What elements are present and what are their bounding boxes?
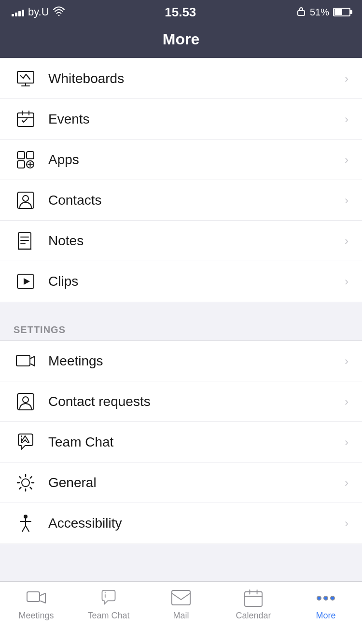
svg-rect-11 <box>17 161 25 168</box>
settings-section: SETTINGS Meetings › <box>0 316 362 544</box>
nav-mail-label: Mail <box>173 611 189 621</box>
svg-point-29 <box>24 515 28 518</box>
svg-rect-1 <box>298 11 305 15</box>
chevron-icon: › <box>345 72 348 85</box>
meetings-icon <box>14 349 38 373</box>
list-item-meetings[interactable]: Meetings › <box>0 341 362 381</box>
settings-list: Meetings › Contact requests › <box>0 340 362 544</box>
status-left: by.U <box>12 6 65 18</box>
status-time: 15.53 <box>165 5 196 20</box>
nav-calendar-icon <box>243 588 264 608</box>
svg-rect-34 <box>27 592 40 602</box>
nav-team-chat-icon <box>98 588 119 608</box>
team-chat-settings-icon <box>14 430 38 454</box>
svg-line-33 <box>26 526 29 532</box>
battery-icon <box>333 8 350 16</box>
svg-point-41 <box>317 596 321 600</box>
svg-rect-24 <box>16 355 30 366</box>
nav-more-label: More <box>316 611 335 621</box>
page-title: More <box>163 30 199 48</box>
chevron-icon: › <box>345 153 348 167</box>
contact-requests-icon <box>14 390 38 414</box>
notes-label: Notes <box>48 233 341 249</box>
events-icon <box>14 107 38 131</box>
chevron-icon: › <box>345 395 348 408</box>
events-label: Events <box>48 112 341 127</box>
chevron-icon: › <box>345 234 348 248</box>
nav-calendar-label: Calendar <box>236 611 271 621</box>
svg-rect-2 <box>17 71 34 83</box>
chevron-icon: › <box>345 275 348 288</box>
svg-point-16 <box>23 196 28 201</box>
nav-item-team-chat[interactable]: Team Chat <box>72 588 145 621</box>
whiteboards-label: Whiteboards <box>48 71 341 86</box>
general-label: General <box>48 475 341 490</box>
notes-icon <box>14 229 38 253</box>
nav-mail-icon <box>170 588 192 608</box>
svg-point-28 <box>22 479 29 487</box>
nav-item-meetings[interactable]: Meetings <box>0 588 72 621</box>
status-right: 51% <box>296 6 350 19</box>
meetings-label: Meetings <box>48 353 341 369</box>
chevron-icon: › <box>345 476 348 490</box>
list-item-clips[interactable]: Clips › <box>0 261 362 302</box>
nav-item-calendar[interactable]: Calendar <box>217 588 290 621</box>
carrier-label: by.U <box>28 6 49 18</box>
bottom-navigation: Meetings Team Chat Mail <box>0 581 362 644</box>
svg-rect-36 <box>172 590 190 605</box>
nav-item-more[interactable]: More <box>290 588 362 621</box>
svg-point-26 <box>23 397 28 403</box>
clips-label: Clips <box>48 274 341 289</box>
nav-team-chat-label: Team Chat <box>87 611 129 621</box>
list-item-whiteboards[interactable]: Whiteboards › <box>0 58 362 99</box>
svg-line-32 <box>22 526 26 532</box>
nav-meetings-icon <box>26 588 47 608</box>
list-item-contact-requests[interactable]: Contact requests › <box>0 381 362 422</box>
signal-icon <box>12 8 24 16</box>
list-item-events[interactable]: Events › <box>0 99 362 140</box>
svg-rect-10 <box>27 152 34 159</box>
list-item-team-chat-settings[interactable]: Team Chat › <box>0 422 362 462</box>
list-item-contacts[interactable]: Contacts › <box>0 180 362 221</box>
contacts-label: Contacts <box>48 193 341 208</box>
chevron-icon: › <box>345 354 348 368</box>
page-header: More <box>0 24 362 58</box>
nav-meetings-label: Meetings <box>18 611 54 621</box>
whiteboard-icon <box>14 67 38 91</box>
nav-item-mail[interactable]: Mail <box>145 588 217 621</box>
lock-icon <box>296 6 306 19</box>
chevron-icon: › <box>345 435 348 449</box>
chevron-icon: › <box>345 112 348 126</box>
clips-icon <box>14 269 38 294</box>
list-item-apps[interactable]: Apps › <box>0 140 362 180</box>
apps-label: Apps <box>48 152 341 168</box>
list-item-accessibility[interactable]: Accessibility › <box>0 503 362 544</box>
svg-point-42 <box>324 596 328 600</box>
contacts-icon <box>14 188 38 212</box>
team-chat-settings-label: Team Chat <box>48 434 341 450</box>
settings-section-label: SETTINGS <box>0 316 362 340</box>
chevron-icon: › <box>345 517 348 530</box>
chevron-icon: › <box>345 194 348 207</box>
svg-marker-23 <box>24 278 30 285</box>
battery-percent: 51% <box>310 7 329 18</box>
list-item-notes[interactable]: Notes › <box>0 221 362 261</box>
nav-more-icon <box>315 588 336 608</box>
accessibility-label: Accessibility <box>48 516 341 531</box>
content-area: Whiteboards › Events › <box>0 58 362 625</box>
svg-point-43 <box>331 596 334 600</box>
svg-rect-37 <box>245 592 262 606</box>
contact-requests-label: Contact requests <box>48 394 341 409</box>
svg-point-0 <box>58 14 59 16</box>
general-icon <box>14 471 38 495</box>
accessibility-icon <box>14 511 38 535</box>
tools-section: Whiteboards › Events › <box>0 58 362 302</box>
list-item-general[interactable]: General › <box>0 462 362 503</box>
status-bar: by.U 15.53 51% <box>0 0 362 24</box>
svg-rect-9 <box>17 152 25 159</box>
apps-icon <box>14 148 38 172</box>
tools-list: Whiteboards › Events › <box>0 58 362 302</box>
wifi-icon <box>53 6 65 18</box>
